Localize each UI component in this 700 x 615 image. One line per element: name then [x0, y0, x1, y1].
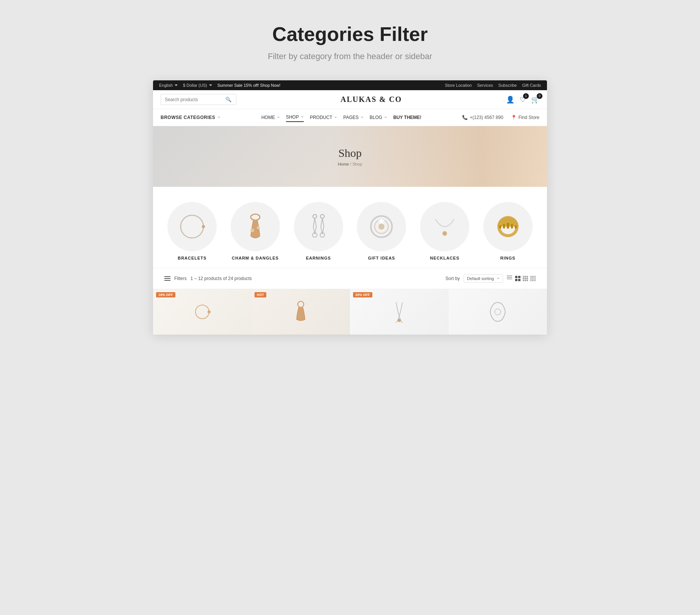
category-earnings[interactable]: EARNINGS [291, 202, 346, 260]
svg-point-1 [202, 225, 205, 228]
view-icons [507, 275, 536, 282]
product-image-4 [486, 300, 509, 323]
categories-grid: BRACELETS CHARM & DANGLES [164, 202, 536, 260]
search-box[interactable]: 🔍 [161, 94, 236, 105]
category-label-rings: RINGS [500, 256, 516, 260]
header-icons: 👤 ♡ 1 🛒 0 [506, 95, 539, 104]
cart-badge: 0 [537, 93, 542, 99]
product-chevron-icon [334, 117, 337, 118]
phone-nav[interactable]: 📞 +(123) 4567 890 [462, 115, 503, 120]
svg-point-3 [250, 228, 254, 232]
nav-right: 📞 +(123) 4567 890 📍 Find Store [462, 115, 539, 120]
svg-point-22 [208, 310, 211, 313]
svg-point-25 [495, 309, 501, 315]
store-location-link[interactable]: Store Location [445, 83, 472, 88]
earnings-image [303, 210, 334, 244]
page-subtitle: Filter by category from the header or si… [268, 52, 432, 61]
page-title: Categories Filter [272, 23, 428, 45]
product-image-2 [291, 300, 310, 323]
search-input[interactable] [165, 97, 225, 102]
product-image-3 [390, 300, 409, 323]
search-icon[interactable]: 🔍 [225, 97, 231, 102]
svg-point-4 [257, 226, 260, 229]
category-label-bracelets: BRACELETS [178, 256, 206, 260]
grid-4-view-icon[interactable] [530, 276, 536, 281]
category-charm-dangles[interactable]: CHARM & DANGLES [228, 202, 283, 260]
filters-label[interactable]: Filters [174, 276, 187, 281]
category-label-gift: GIFT IDEAS [368, 256, 395, 260]
site-header: 🔍 ALUKAS & CO 👤 ♡ 1 🛒 0 [153, 90, 547, 109]
category-label-necklaces: NECKLACES [430, 256, 459, 260]
breadcrumb-current: Shop [352, 162, 362, 166]
svg-point-21 [195, 305, 209, 319]
wishlist-badge: 1 [523, 93, 529, 99]
svg-rect-20 [515, 225, 517, 228]
wishlist-icon[interactable]: ♡ 1 [520, 95, 526, 104]
nav-pages[interactable]: PAGES [343, 113, 363, 122]
products-count: 1 – 12 products of 24 products [191, 276, 252, 281]
home-chevron-icon [277, 117, 280, 118]
gift-image [364, 210, 398, 244]
nav-home[interactable]: HOME [261, 113, 280, 122]
filter-bar: Filters 1 – 12 products of 24 products S… [153, 268, 547, 289]
currency-selector[interactable]: $ Dollar (US) [183, 83, 212, 88]
necklaces-image [428, 210, 462, 244]
svg-point-13 [442, 231, 447, 236]
sale-banner: Summer Sale 15% off! Shop Now! [217, 83, 281, 88]
grid-2-view-icon[interactable] [515, 276, 520, 281]
product-card-4[interactable] [448, 289, 547, 335]
nav-shop[interactable]: SHOP [286, 113, 304, 122]
grid-3-view-icon[interactable] [523, 276, 528, 281]
filter-line-1 [164, 276, 170, 277]
svg-rect-19 [511, 224, 513, 228]
rings-image [491, 210, 525, 244]
svg-rect-16 [499, 225, 501, 228]
svg-point-23 [298, 301, 304, 307]
category-bracelets[interactable]: BRACELETS [164, 202, 220, 260]
filter-line-3 [164, 280, 170, 281]
sort-select[interactable]: Default sorting [464, 274, 503, 283]
category-rings[interactable]: RINGS [480, 202, 536, 260]
site-logo[interactable]: ALUKAS & CO [341, 95, 402, 104]
nav-bar: BROWSE CATEGORIES HOME SHOP PRODUCT PAGE… [153, 109, 547, 126]
product-card-2[interactable]: HOT [252, 289, 350, 335]
category-necklaces[interactable]: NECKLACES [417, 202, 473, 260]
list-view-icon[interactable] [507, 275, 513, 282]
sort-chevron-icon [497, 278, 500, 279]
blog-chevron-icon [384, 117, 387, 118]
nav-center: HOME SHOP PRODUCT PAGES BLOG BUY THEME! [261, 113, 422, 122]
filter-toggle[interactable] [164, 276, 170, 281]
product-badge-2: HOT [255, 292, 266, 297]
browse-categories-btn[interactable]: BROWSE CATEGORIES [161, 115, 220, 120]
categories-section: BRACELETS CHARM & DANGLES [153, 187, 547, 268]
location-icon: 📍 [511, 115, 517, 120]
gift-cards-link[interactable]: Gift Cards [522, 83, 541, 88]
category-circle-rings [483, 202, 533, 251]
account-icon[interactable]: 👤 [506, 95, 514, 104]
phone-icon: 📞 [462, 115, 468, 120]
breadcrumb: Home / Shop [338, 162, 362, 166]
svg-point-2 [251, 214, 260, 220]
svg-rect-17 [503, 224, 505, 228]
category-circle-gift [357, 202, 406, 251]
top-bar-right: Store Location Services Subscribe Gift C… [445, 83, 541, 88]
nav-buy-theme[interactable]: BUY THEME! [393, 113, 421, 122]
find-store-link[interactable]: 📍 Find Store [511, 115, 539, 120]
services-link[interactable]: Services [477, 83, 493, 88]
nav-blog[interactable]: BLOG [370, 113, 387, 122]
product-card-1[interactable]: 19% OFF [153, 289, 252, 335]
filter-line-2 [164, 278, 170, 279]
category-circle-necklaces [420, 202, 469, 251]
svg-rect-18 [507, 223, 509, 228]
breadcrumb-home[interactable]: Home [338, 162, 349, 166]
nav-product[interactable]: PRODUCT [310, 113, 337, 122]
cart-icon[interactable]: 🛒 0 [531, 95, 539, 104]
product-card-3[interactable]: 20% OFF [350, 289, 448, 335]
svg-point-5 [313, 214, 317, 218]
browse-chevron-icon [217, 117, 220, 118]
language-selector[interactable]: English [159, 83, 178, 88]
hero-bg-image [330, 126, 547, 187]
hero-banner: Shop Home / Shop [153, 126, 547, 187]
subscribe-link[interactable]: Subscribe [498, 83, 517, 88]
category-gift-ideas[interactable]: GIFT IDEAS [354, 202, 409, 260]
